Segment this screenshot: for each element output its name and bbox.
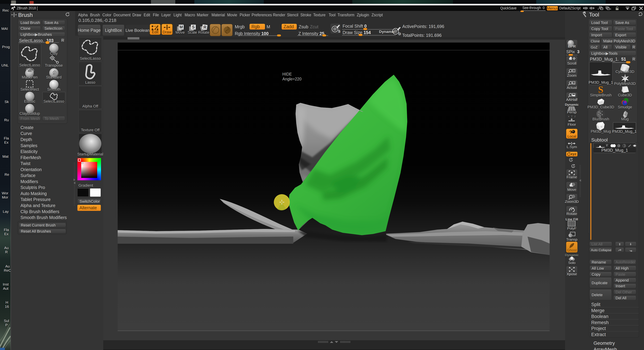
svg-text:Angle=220: Angle=220 <box>282 77 302 81</box>
svg-text:x1: x1 <box>572 82 575 84</box>
svg-text:S: S <box>192 25 195 29</box>
svg-text:R: R <box>204 25 206 30</box>
svg-text:Y: Y <box>570 159 572 161</box>
svg-text:D: D <box>398 32 401 36</box>
svg-text:S: S <box>338 29 340 33</box>
svg-text:M: M <box>180 25 183 29</box>
svg-text:Z: Z <box>573 165 574 167</box>
svg-text:HIDE: HIDE <box>282 72 292 76</box>
